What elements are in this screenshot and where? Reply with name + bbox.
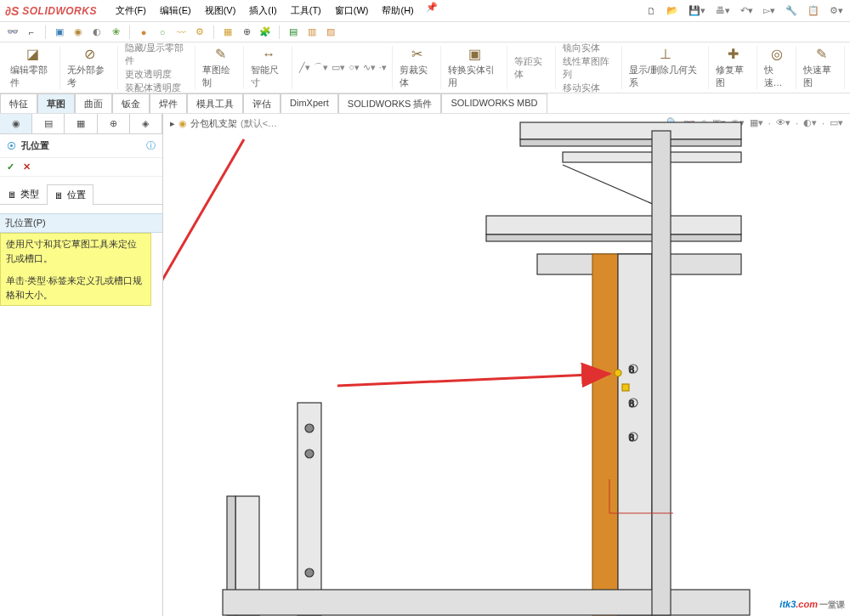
tab-feature[interactable]: 特征 — [0, 93, 37, 113]
help-icon[interactable]: ⓘ — [146, 139, 156, 152]
quick-sketch-icon: ✎ — [816, 46, 827, 62]
view-icon-1[interactable]: ▣ — [52, 25, 67, 40]
tab-weldment[interactable]: 焊件 — [150, 93, 187, 113]
hole-position-icon: ⦿ — [7, 141, 16, 151]
cancel-button[interactable]: ✕ — [23, 161, 31, 172]
help-text-1: 使用尺寸和其它草图工具来定位孔或槽口。 — [6, 237, 145, 265]
panel-tab-display[interactable]: ◈ — [130, 114, 162, 133]
measure-icon[interactable]: ▦ — [220, 25, 235, 40]
svg-rect-1 — [520, 122, 741, 139]
svg-text:8: 8 — [629, 398, 634, 409]
line-icon[interactable]: ⌐ — [24, 25, 39, 40]
svg-rect-6 — [486, 235, 741, 241]
ribbon-visibility-stack[interactable]: 隐藏/显示零部件 更改透明度 装配体透明度 — [120, 46, 196, 89]
repair-icon: ✚ — [728, 46, 739, 62]
glasses-icon[interactable]: 👓 — [5, 25, 20, 40]
panel-tab-property[interactable]: ▤ — [32, 114, 65, 133]
ribbon-edit-part[interactable]: ◪编辑零部件 — [5, 46, 60, 89]
svg-rect-17 — [622, 384, 629, 391]
arc-tool-icon[interactable]: ⌒▾ — [314, 61, 328, 74]
ribbon-quick-sketch[interactable]: ✎快速草图 — [798, 46, 845, 89]
menu-window[interactable]: 窗口(W) — [328, 2, 376, 20]
dim-icon[interactable]: ⊕ — [239, 25, 254, 40]
svg-rect-8 — [592, 254, 618, 615]
watermark: itk3.com一堂课 — [779, 589, 845, 613]
app-logo: ∂S SOLIDWORKS — [5, 4, 97, 18]
ribbon-sketch-tools[interactable]: ╱▾ ⌒▾ ▭▾ ○▾ ∿▾ ·▾ — [294, 46, 393, 89]
svg-text:8: 8 — [629, 365, 634, 375]
svg-line-4 — [563, 165, 660, 207]
config-icon[interactable]: ▥ — [304, 25, 320, 40]
settings-icon[interactable]: ⚙▾ — [828, 3, 845, 18]
tab-plugins[interactable]: SOLIDWORKS 插件 — [338, 93, 442, 113]
panel-tab-feature[interactable]: ◉ — [0, 114, 32, 133]
tab-surface[interactable]: 曲面 — [75, 93, 112, 113]
ribbon-relations[interactable]: ⊥显示/删除几何关系 — [624, 46, 709, 89]
point-icon[interactable]: ● — [136, 25, 151, 40]
select-icon[interactable]: ▻▾ — [762, 3, 777, 18]
toolbox-icon[interactable]: 🧩 — [258, 25, 273, 40]
ribbon-smart-dim[interactable]: ↔智能尺寸 — [246, 46, 292, 89]
menu-tools[interactable]: 工具(T) — [284, 2, 328, 20]
line-tool-icon[interactable]: ╱▾ — [299, 62, 310, 73]
excel-icon[interactable]: ▤ — [286, 25, 301, 40]
ribbon-convert[interactable]: ▣转换实体引用 — [443, 46, 507, 89]
svg-rect-2 — [520, 139, 741, 146]
ribbon-repair[interactable]: ✚修复草图 — [711, 46, 757, 89]
ribbon-sketch[interactable]: ✎草图绘制 — [197, 46, 244, 89]
appearance-icon[interactable]: ❀ — [108, 25, 123, 40]
graphics-area[interactable]: ▸ ◉ 分包机支架 (默认<… 🔍 👓 ◇ ▣▾ ◉▾ ▦▾ · 👁▾ · ◐▾… — [163, 114, 850, 616]
undo-icon[interactable]: ↶▾ — [739, 3, 755, 18]
render-icon[interactable]: ▨ — [323, 25, 338, 40]
print-icon[interactable]: 🖶▾ — [714, 3, 732, 18]
tab-mold[interactable]: 模具工具 — [187, 93, 243, 113]
wave-icon[interactable]: 〰 — [173, 25, 189, 40]
ribbon-offset[interactable]: 等距实体 — [509, 46, 556, 89]
view-icon-3[interactable]: ◐ — [89, 25, 105, 40]
sub-tab-type[interactable]: 🗏类型 — [0, 184, 47, 204]
command-ribbon: ◪编辑零部件 ⊘无外部参考 隐藏/显示零部件 更改透明度 装配体透明度 ✎草图绘… — [0, 42, 850, 93]
ribbon-trim[interactable]: ✂剪裁实体 — [394, 46, 441, 89]
feature-manager-panel: ◉ ▤ ▦ ⊕ ◈ ⦿ 孔位置 ⓘ ✓ ✕ 🗏类型 🗏位置 孔位置(P) 使用尺… — [0, 114, 163, 616]
panel-tab-dim[interactable]: ⊕ — [98, 114, 130, 133]
menu-help[interactable]: 帮助(H) — [375, 2, 420, 20]
point-tool-icon[interactable]: ·▾ — [379, 62, 387, 73]
save-icon[interactable]: 💾▾ — [687, 3, 707, 18]
edit-part-icon: ◪ — [26, 46, 39, 62]
tab-evaluate[interactable]: 评估 — [243, 93, 280, 113]
circle-icon[interactable]: ○ — [155, 25, 170, 40]
view-icon-2[interactable]: ◉ — [71, 25, 86, 40]
watermark-main: itk3 — [779, 599, 796, 609]
menu-edit[interactable]: 编辑(E) — [153, 2, 198, 20]
spline-tool-icon[interactable]: ∿▾ — [363, 62, 376, 73]
ribbon-pattern-stack[interactable]: 镜向实体 线性草图阵列 移动实体 — [558, 46, 622, 89]
svg-text:8: 8 — [629, 432, 634, 443]
type-tab-icon: 🗏 — [8, 189, 17, 200]
menu-insert[interactable]: 插入(I) — [242, 2, 283, 20]
ribbon-no-ext-ref[interactable]: ⊘无外部参考 — [62, 46, 117, 89]
rebuild-icon[interactable]: 🔧 — [784, 3, 799, 18]
ok-button[interactable]: ✓ — [7, 161, 14, 172]
sub-tab-position[interactable]: 🗏位置 — [47, 184, 94, 205]
open-icon[interactable]: 📂 — [665, 3, 680, 18]
feature-header: ⦿ 孔位置 ⓘ — [0, 134, 162, 158]
ribbon-rapid[interactable]: ◎快速… — [759, 46, 796, 89]
dimension-icon: ↔ — [262, 47, 275, 62]
pin-menu-icon[interactable]: 📌 — [426, 2, 438, 20]
tab-sheetmetal[interactable]: 钣金 — [112, 93, 150, 113]
menu-view[interactable]: 视图(V) — [198, 2, 243, 20]
svg-rect-9 — [618, 254, 652, 615]
help-box: 使用尺寸和其它草图工具来定位孔或槽口。 单击·类型·标签来定义孔或槽口规格和大小… — [0, 233, 151, 306]
panel-tab-config[interactable]: ▦ — [65, 114, 97, 133]
rect-tool-icon[interactable]: ▭▾ — [332, 62, 345, 73]
gear-icon[interactable]: ⚙ — [192, 25, 207, 40]
tab-mbd[interactable]: SOLIDWORKS MBD — [441, 93, 547, 113]
tab-dimxpert[interactable]: DimXpert — [280, 93, 338, 113]
new-icon[interactable]: 🗋 — [645, 4, 658, 18]
svg-line-28 — [337, 374, 609, 386]
tab-sketch[interactable]: 草图 — [37, 93, 75, 113]
menu-file[interactable]: 文件(F) — [109, 2, 153, 20]
options-icon[interactable]: 📋 — [806, 3, 821, 18]
watermark-tag: 一堂课 — [819, 600, 845, 609]
circle-tool-icon[interactable]: ○▾ — [348, 62, 360, 73]
